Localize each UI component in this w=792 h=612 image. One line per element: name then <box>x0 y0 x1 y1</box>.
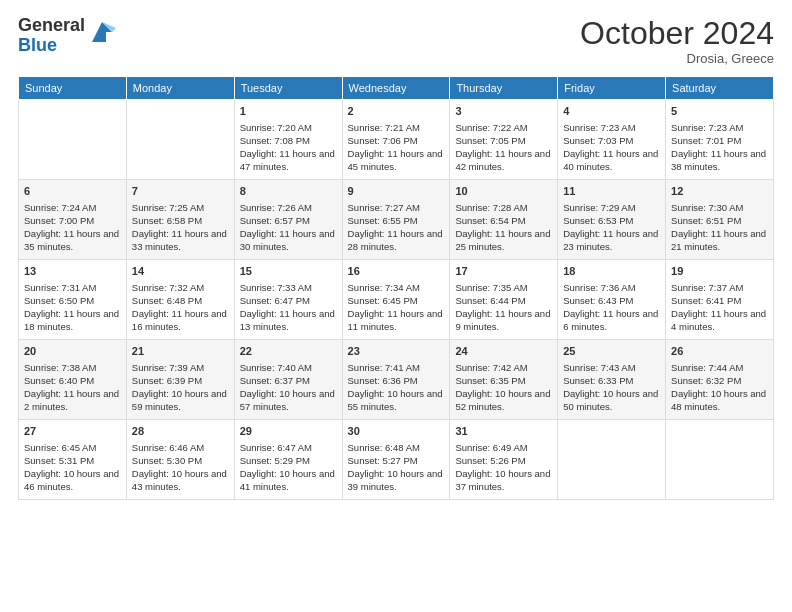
day-info: Sunrise: 7:28 AM Sunset: 6:54 PM Dayligh… <box>455 201 552 254</box>
calendar-cell: 12Sunrise: 7:30 AM Sunset: 6:51 PM Dayli… <box>666 180 774 260</box>
logo-icon <box>88 18 116 46</box>
calendar-cell: 11Sunrise: 7:29 AM Sunset: 6:53 PM Dayli… <box>558 180 666 260</box>
day-info: Sunrise: 7:38 AM Sunset: 6:40 PM Dayligh… <box>24 361 121 414</box>
calendar-header-monday: Monday <box>126 77 234 100</box>
calendar-cell: 28Sunrise: 6:46 AM Sunset: 5:30 PM Dayli… <box>126 420 234 500</box>
calendar-cell: 16Sunrise: 7:34 AM Sunset: 6:45 PM Dayli… <box>342 260 450 340</box>
day-info: Sunrise: 7:27 AM Sunset: 6:55 PM Dayligh… <box>348 201 445 254</box>
day-info: Sunrise: 7:41 AM Sunset: 6:36 PM Dayligh… <box>348 361 445 414</box>
day-info: Sunrise: 7:24 AM Sunset: 7:00 PM Dayligh… <box>24 201 121 254</box>
calendar-cell: 13Sunrise: 7:31 AM Sunset: 6:50 PM Dayli… <box>19 260 127 340</box>
calendar-cell: 6Sunrise: 7:24 AM Sunset: 7:00 PM Daylig… <box>19 180 127 260</box>
calendar-week-row: 6Sunrise: 7:24 AM Sunset: 7:00 PM Daylig… <box>19 180 774 260</box>
month-title: October 2024 <box>580 16 774 51</box>
day-number: 15 <box>240 264 337 279</box>
calendar-cell: 30Sunrise: 6:48 AM Sunset: 5:27 PM Dayli… <box>342 420 450 500</box>
logo: General Blue <box>18 16 116 56</box>
calendar-cell: 9Sunrise: 7:27 AM Sunset: 6:55 PM Daylig… <box>342 180 450 260</box>
day-info: Sunrise: 6:46 AM Sunset: 5:30 PM Dayligh… <box>132 441 229 494</box>
day-number: 12 <box>671 184 768 199</box>
day-number: 25 <box>563 344 660 359</box>
day-number: 18 <box>563 264 660 279</box>
calendar-cell: 2Sunrise: 7:21 AM Sunset: 7:06 PM Daylig… <box>342 100 450 180</box>
day-number: 3 <box>455 104 552 119</box>
page: General Blue October 2024 Drosia, Greece… <box>0 0 792 612</box>
calendar-cell: 8Sunrise: 7:26 AM Sunset: 6:57 PM Daylig… <box>234 180 342 260</box>
calendar-cell: 23Sunrise: 7:41 AM Sunset: 6:36 PM Dayli… <box>342 340 450 420</box>
calendar-header-row: SundayMondayTuesdayWednesdayThursdayFrid… <box>19 77 774 100</box>
calendar-cell: 19Sunrise: 7:37 AM Sunset: 6:41 PM Dayli… <box>666 260 774 340</box>
calendar-cell: 25Sunrise: 7:43 AM Sunset: 6:33 PM Dayli… <box>558 340 666 420</box>
calendar-header-friday: Friday <box>558 77 666 100</box>
calendar-cell: 10Sunrise: 7:28 AM Sunset: 6:54 PM Dayli… <box>450 180 558 260</box>
calendar-header-thursday: Thursday <box>450 77 558 100</box>
day-number: 24 <box>455 344 552 359</box>
day-number: 22 <box>240 344 337 359</box>
calendar-cell <box>666 420 774 500</box>
calendar-cell: 7Sunrise: 7:25 AM Sunset: 6:58 PM Daylig… <box>126 180 234 260</box>
day-number: 27 <box>24 424 121 439</box>
day-info: Sunrise: 7:21 AM Sunset: 7:06 PM Dayligh… <box>348 121 445 174</box>
day-number: 9 <box>348 184 445 199</box>
calendar-cell: 22Sunrise: 7:40 AM Sunset: 6:37 PM Dayli… <box>234 340 342 420</box>
day-info: Sunrise: 6:47 AM Sunset: 5:29 PM Dayligh… <box>240 441 337 494</box>
calendar-header-wednesday: Wednesday <box>342 77 450 100</box>
day-number: 5 <box>671 104 768 119</box>
day-info: Sunrise: 7:43 AM Sunset: 6:33 PM Dayligh… <box>563 361 660 414</box>
day-number: 31 <box>455 424 552 439</box>
day-info: Sunrise: 6:48 AM Sunset: 5:27 PM Dayligh… <box>348 441 445 494</box>
day-info: Sunrise: 7:29 AM Sunset: 6:53 PM Dayligh… <box>563 201 660 254</box>
calendar-table: SundayMondayTuesdayWednesdayThursdayFrid… <box>18 76 774 500</box>
day-info: Sunrise: 7:36 AM Sunset: 6:43 PM Dayligh… <box>563 281 660 334</box>
day-number: 21 <box>132 344 229 359</box>
calendar-cell: 3Sunrise: 7:22 AM Sunset: 7:05 PM Daylig… <box>450 100 558 180</box>
logo-general: General <box>18 15 85 35</box>
day-number: 23 <box>348 344 445 359</box>
calendar-week-row: 1Sunrise: 7:20 AM Sunset: 7:08 PM Daylig… <box>19 100 774 180</box>
day-number: 4 <box>563 104 660 119</box>
day-number: 11 <box>563 184 660 199</box>
day-info: Sunrise: 7:22 AM Sunset: 7:05 PM Dayligh… <box>455 121 552 174</box>
calendar-cell: 29Sunrise: 6:47 AM Sunset: 5:29 PM Dayli… <box>234 420 342 500</box>
day-number: 28 <box>132 424 229 439</box>
calendar-cell <box>19 100 127 180</box>
calendar-cell: 21Sunrise: 7:39 AM Sunset: 6:39 PM Dayli… <box>126 340 234 420</box>
day-number: 30 <box>348 424 445 439</box>
day-number: 6 <box>24 184 121 199</box>
day-info: Sunrise: 7:40 AM Sunset: 6:37 PM Dayligh… <box>240 361 337 414</box>
day-info: Sunrise: 7:33 AM Sunset: 6:47 PM Dayligh… <box>240 281 337 334</box>
calendar-cell <box>126 100 234 180</box>
day-number: 10 <box>455 184 552 199</box>
day-info: Sunrise: 7:39 AM Sunset: 6:39 PM Dayligh… <box>132 361 229 414</box>
calendar-cell: 15Sunrise: 7:33 AM Sunset: 6:47 PM Dayli… <box>234 260 342 340</box>
day-number: 13 <box>24 264 121 279</box>
calendar-cell: 26Sunrise: 7:44 AM Sunset: 6:32 PM Dayli… <box>666 340 774 420</box>
day-info: Sunrise: 7:44 AM Sunset: 6:32 PM Dayligh… <box>671 361 768 414</box>
calendar-header-sunday: Sunday <box>19 77 127 100</box>
calendar-cell: 4Sunrise: 7:23 AM Sunset: 7:03 PM Daylig… <box>558 100 666 180</box>
title-block: October 2024 Drosia, Greece <box>580 16 774 66</box>
day-number: 19 <box>671 264 768 279</box>
day-number: 8 <box>240 184 337 199</box>
calendar-cell: 14Sunrise: 7:32 AM Sunset: 6:48 PM Dayli… <box>126 260 234 340</box>
day-info: Sunrise: 7:26 AM Sunset: 6:57 PM Dayligh… <box>240 201 337 254</box>
calendar-cell: 18Sunrise: 7:36 AM Sunset: 6:43 PM Dayli… <box>558 260 666 340</box>
day-number: 14 <box>132 264 229 279</box>
day-number: 1 <box>240 104 337 119</box>
day-info: Sunrise: 7:31 AM Sunset: 6:50 PM Dayligh… <box>24 281 121 334</box>
calendar-cell: 31Sunrise: 6:49 AM Sunset: 5:26 PM Dayli… <box>450 420 558 500</box>
calendar-week-row: 13Sunrise: 7:31 AM Sunset: 6:50 PM Dayli… <box>19 260 774 340</box>
day-number: 16 <box>348 264 445 279</box>
calendar-cell: 1Sunrise: 7:20 AM Sunset: 7:08 PM Daylig… <box>234 100 342 180</box>
day-number: 7 <box>132 184 229 199</box>
day-info: Sunrise: 7:23 AM Sunset: 7:03 PM Dayligh… <box>563 121 660 174</box>
day-number: 17 <box>455 264 552 279</box>
calendar-cell: 27Sunrise: 6:45 AM Sunset: 5:31 PM Dayli… <box>19 420 127 500</box>
day-info: Sunrise: 7:30 AM Sunset: 6:51 PM Dayligh… <box>671 201 768 254</box>
day-info: Sunrise: 7:25 AM Sunset: 6:58 PM Dayligh… <box>132 201 229 254</box>
location: Drosia, Greece <box>580 51 774 66</box>
calendar-header-tuesday: Tuesday <box>234 77 342 100</box>
day-info: Sunrise: 7:42 AM Sunset: 6:35 PM Dayligh… <box>455 361 552 414</box>
calendar-cell: 20Sunrise: 7:38 AM Sunset: 6:40 PM Dayli… <box>19 340 127 420</box>
day-info: Sunrise: 6:49 AM Sunset: 5:26 PM Dayligh… <box>455 441 552 494</box>
